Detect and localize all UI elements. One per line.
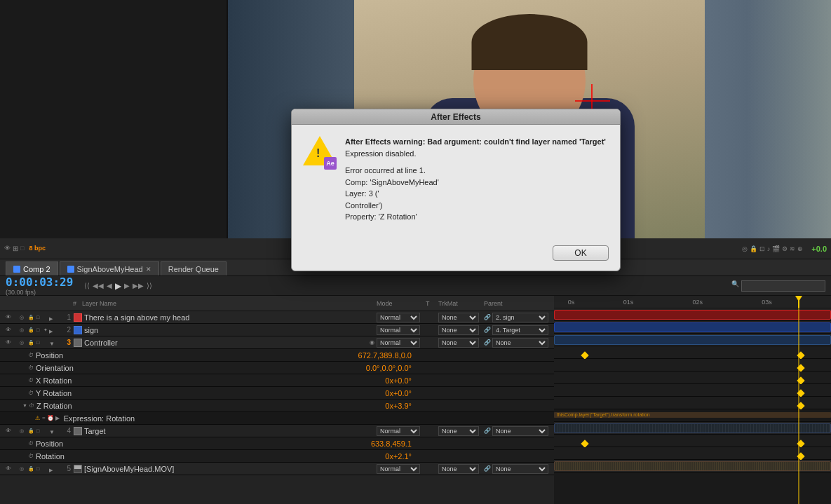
modal-dialog: After Effects ! Ae After Effects warning…	[291, 109, 621, 271]
modal-title: After Effects	[431, 112, 480, 122]
modal-footer: OK	[292, 240, 620, 271]
ae-badge: Ae	[324, 157, 337, 170]
modal-overlay: After Effects ! Ae After Effects warning…	[0, 0, 831, 504]
warning-exclamation: !	[316, 147, 320, 160]
ok-button[interactable]: OK	[553, 245, 609, 261]
modal-icon-wrapper: ! Ae	[303, 136, 337, 170]
modal-message-1: After Effects warning: Bad argument: cou…	[345, 136, 609, 159]
modal-titlebar: After Effects	[292, 109, 620, 125]
modal-body: ! Ae After Effects warning: Bad argument…	[292, 125, 620, 240]
modal-content: After Effects warning: Bad argument: cou…	[345, 136, 609, 229]
modal-message-2: Error occurred at line 1. Comp: 'SignAbo…	[345, 165, 609, 223]
modal-icon: ! Ae	[303, 136, 337, 170]
